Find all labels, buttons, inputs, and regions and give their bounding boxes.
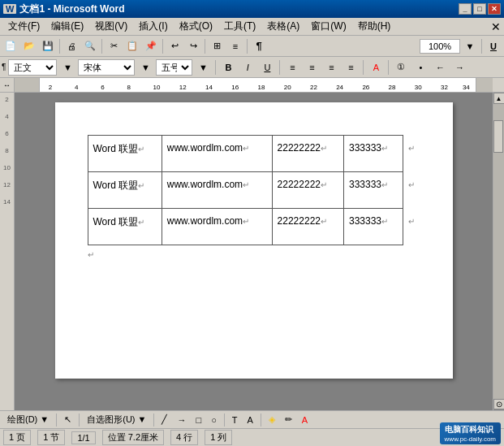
- arrow-button[interactable]: →: [173, 414, 190, 427]
- paragraph-mark: ↵: [243, 180, 249, 189]
- document-area[interactable]: Word 联盟↵ www.wordlm.com↵ 22222222↵ 33333…: [15, 93, 493, 410]
- vertical-ruler: 2 4 6 8 10 12 14: [0, 93, 15, 410]
- toolbar-standard: 📄 📂 💾 🖨 🔍 ✂ 📋 📌 ↩ ↪ ⊞ ≡ ¶ ▼ U: [0, 36, 504, 57]
- logo-line2: www.pc-daily.com: [445, 435, 496, 443]
- table-cell-3-4[interactable]: 333333↵: [343, 209, 403, 245]
- underline-button[interactable]: U: [485, 37, 502, 55]
- draw-label: 绘图(D): [7, 414, 37, 424]
- font-color-button[interactable]: A: [367, 58, 385, 76]
- prev-page-button[interactable]: ⊙: [493, 399, 505, 409]
- new-button[interactable]: 📄: [2, 37, 19, 55]
- align-left-button[interactable]: ≡: [283, 58, 301, 76]
- ruler-mark-14: 14: [205, 84, 213, 91]
- select-button[interactable]: ↖: [60, 413, 75, 427]
- table-cell-3-3[interactable]: 22222222↵: [272, 209, 343, 245]
- draw-toggle-button[interactable]: 绘图(D) ▼: [3, 412, 53, 427]
- numbering-button[interactable]: ①: [392, 58, 410, 76]
- rect-button[interactable]: □: [192, 414, 205, 427]
- wordart-button[interactable]: A: [243, 414, 257, 427]
- paragraph-mark: ↵: [408, 217, 415, 226]
- align-center-button[interactable]: ≡: [303, 58, 321, 76]
- open-button[interactable]: 📂: [20, 37, 38, 55]
- v-ruler-mark: 8: [5, 147, 8, 154]
- paste-button[interactable]: 📌: [142, 37, 160, 55]
- table-cell-1-3[interactable]: 22222222↵: [272, 136, 343, 172]
- print-button[interactable]: 🖨: [62, 37, 80, 55]
- indent-decrease-button[interactable]: ←: [431, 58, 449, 76]
- window-title: 文档1 - Microsoft Word: [19, 2, 124, 16]
- font-dropdown[interactable]: ▼: [136, 58, 154, 76]
- autoshape-button[interactable]: 自选图形(U) ▼: [83, 412, 150, 427]
- menu-help[interactable]: 帮助(H): [353, 18, 396, 35]
- zoom-input[interactable]: [420, 39, 460, 54]
- underline-fmt-button[interactable]: U: [258, 58, 276, 76]
- menu-table[interactable]: 表格(A): [262, 18, 304, 35]
- menu-tools[interactable]: 工具(T): [219, 18, 261, 35]
- fill-color-button[interactable]: ◈: [265, 413, 279, 427]
- table-cell-3-1[interactable]: Word 联盟↵: [88, 209, 162, 245]
- size-dropdown[interactable]: ▼: [194, 58, 212, 76]
- line-button[interactable]: ╱: [157, 413, 171, 427]
- draw-dropdown-arrow: ▼: [40, 414, 49, 424]
- show-hide-button[interactable]: ¶: [250, 37, 268, 55]
- save-button[interactable]: 💾: [39, 37, 57, 55]
- italic-button[interactable]: I: [239, 58, 256, 76]
- align-right-button[interactable]: ≡: [322, 58, 340, 76]
- vertical-scrollbar: ▲ ⊙ ⊙ ▼: [493, 93, 504, 410]
- status-row: 4 行: [170, 430, 198, 445]
- paragraph-mark: ↵: [138, 218, 144, 227]
- scroll-up-button[interactable]: ▲: [493, 93, 505, 104]
- cell-text: 22222222: [278, 142, 321, 154]
- close-button[interactable]: ✕: [488, 3, 501, 15]
- zoom-dropdown[interactable]: ▼: [461, 37, 479, 55]
- table-cell-1-1[interactable]: Word 联盟↵: [88, 136, 162, 172]
- ruler-mark-16: 16: [231, 84, 239, 91]
- scroll-thumb[interactable]: [493, 120, 503, 153]
- table-cell-1-4[interactable]: 333333↵: [343, 136, 403, 172]
- menu-edit[interactable]: 编辑(E): [46, 18, 88, 35]
- table-cell-1-2[interactable]: www.wordlm.com↵: [162, 136, 272, 172]
- columns-button[interactable]: ≡: [226, 37, 244, 55]
- bullets-button[interactable]: •: [411, 58, 429, 76]
- style-dropdown[interactable]: ▼: [58, 58, 76, 76]
- v-ruler-mark: 10: [3, 164, 11, 171]
- oval-button[interactable]: ○: [207, 414, 221, 427]
- preview-button[interactable]: 🔍: [81, 37, 99, 55]
- redo-button[interactable]: ↪: [184, 37, 202, 55]
- menu-format[interactable]: 格式(O): [174, 18, 218, 35]
- ruler-mark-26: 26: [362, 84, 369, 91]
- menu-insert[interactable]: 插入(I): [134, 18, 172, 35]
- indent-increase-button[interactable]: →: [450, 58, 468, 76]
- table-cell-2-4[interactable]: 333333↵: [343, 172, 403, 209]
- table-cell-2-3[interactable]: 22222222↵: [272, 172, 343, 209]
- cell-text: Word 联盟: [93, 143, 139, 154]
- separator: [247, 39, 248, 54]
- ruler-corner: ↔: [0, 78, 15, 92]
- draw-separator: [56, 414, 57, 427]
- undo-button[interactable]: ↩: [166, 37, 183, 55]
- cell-text: www.wordlm.com: [167, 179, 243, 190]
- table-button[interactable]: ⊞: [208, 37, 226, 55]
- font-combo[interactable]: 宋体: [78, 59, 135, 76]
- table-cell-2-2[interactable]: www.wordlm.com↵: [162, 172, 272, 209]
- size-combo[interactable]: 五号: [156, 59, 192, 76]
- separator: [101, 39, 102, 54]
- table-cell-3-2[interactable]: www.wordlm.com↵: [162, 209, 272, 245]
- justify-button[interactable]: ≡: [342, 58, 360, 76]
- menu-file[interactable]: 文件(F): [3, 18, 45, 35]
- minimize-button[interactable]: _: [459, 3, 472, 15]
- textbox-button[interactable]: T: [228, 414, 242, 427]
- table-cell-2-1[interactable]: Word 联盟↵: [88, 172, 162, 209]
- font-color-draw-button[interactable]: A: [298, 414, 312, 427]
- scroll-track[interactable]: [493, 104, 504, 399]
- bold-button[interactable]: B: [219, 58, 237, 76]
- cell-text: 22222222: [278, 179, 321, 190]
- cut-button[interactable]: ✂: [105, 37, 123, 55]
- menu-close-button[interactable]: ✕: [491, 20, 501, 33]
- menu-window[interactable]: 窗口(W): [306, 18, 351, 35]
- copy-button[interactable]: 📋: [123, 37, 141, 55]
- menu-view[interactable]: 视图(V): [90, 18, 132, 35]
- style-combo[interactable]: 正文: [8, 59, 57, 76]
- line-color-button[interactable]: ✏: [281, 413, 296, 427]
- maximize-button[interactable]: □: [473, 3, 486, 15]
